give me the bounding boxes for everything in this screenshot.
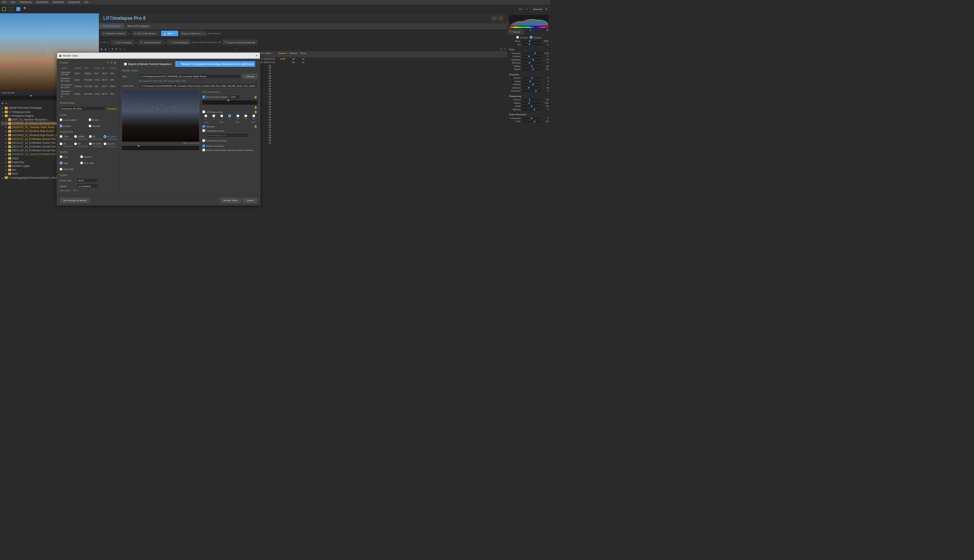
btn-export-render-internal[interactable]: ⟳Export & Render (internal) (222, 40, 257, 45)
forced-ar-check[interactable] (202, 95, 205, 98)
preset-row[interactable]: Standard 4K UHDh2644KUHDVHQ29.97709 (60, 77, 118, 83)
end-arrow-icon[interactable]: ▶ (547, 29, 549, 31)
copyright-check[interactable] (202, 129, 205, 132)
preset-delete-icon[interactable]: 🗑 (114, 61, 117, 64)
ar-input[interactable] (229, 95, 240, 99)
preset-row[interactable]: Standard Full HDh2641080pMQ29.97709 (60, 70, 118, 77)
image-icon[interactable] (17, 7, 20, 11)
slider-control[interactable] (522, 66, 541, 67)
menu-keyframes[interactable]: Keyframes (36, 1, 48, 4)
search-icon[interactable]: 🔍 (23, 7, 27, 11)
btn-visual-previews[interactable]: ◉Visual Previews (139, 40, 163, 45)
size-radio[interactable] (74, 143, 77, 145)
preset-name-input[interactable] (60, 107, 105, 111)
btn-reload[interactable]: ⟳Reload (507, 29, 524, 34)
preset-add-icon[interactable]: ⊕ (110, 61, 113, 64)
slider-control[interactable] (522, 90, 541, 91)
size-radio[interactable] (104, 143, 106, 145)
render-video-button[interactable]: Render Video (220, 198, 241, 203)
dialog-close-button[interactable]: ✕ (255, 54, 258, 57)
ar-slider-thumb[interactable] (227, 100, 230, 102)
size-radio[interactable] (60, 135, 62, 138)
codec-radio[interactable] (60, 118, 62, 121)
play-button[interactable]: ▶ (2, 102, 4, 104)
aperture-icon[interactable]: ◎ (119, 48, 122, 50)
star-icon[interactable]: ★ (112, 48, 114, 50)
size-radio[interactable] (60, 143, 62, 145)
table-header-cell[interactable]: Shadows (288, 52, 299, 57)
quality-radio[interactable] (80, 162, 83, 164)
size-radio[interactable] (89, 135, 92, 138)
cancel-button[interactable]: Cancel (243, 198, 257, 203)
tab-render-pre-check[interactable] (177, 63, 180, 65)
diamond-marker-icon[interactable]: ◈ (530, 29, 531, 31)
tab-basic-jpg[interactable]: Basic/JPG (legacy) (124, 23, 153, 29)
menu-metadata[interactable]: Metadata (53, 1, 63, 4)
export-icon[interactable]: ↗ (108, 48, 110, 50)
quality-radio[interactable] (60, 162, 62, 164)
codec-radio[interactable] (89, 125, 91, 127)
task-input[interactable] (139, 74, 241, 78)
motion-blur-check[interactable] (202, 110, 205, 113)
output-file-input[interactable] (139, 83, 257, 88)
select-icon[interactable] (9, 7, 13, 11)
slider-control[interactable] (522, 103, 541, 103)
stop-button[interactable]: ■ (6, 102, 7, 105)
settings-badge[interactable]: ⚙ (498, 16, 503, 20)
mb-radio[interactable] (228, 115, 231, 117)
user-badge[interactable]: My2 (492, 16, 496, 20)
tab-export-current[interactable]: Export & Render Current Sequence (122, 61, 174, 67)
quality-radio[interactable] (60, 168, 62, 170)
preset-row[interactable]: Standard 4K UHD H...H2654KUHDVHQ29.97709 (60, 90, 118, 98)
timestamp-check[interactable] (202, 139, 205, 142)
btn-holy-grail[interactable]: ✕Holy Grail Wizard... (132, 31, 159, 36)
btn-auto-transition[interactable]: ↗Auto Transition (111, 40, 134, 45)
quality-radio[interactable] (60, 155, 62, 158)
menu-info[interactable]: Info (84, 1, 89, 4)
slider-control[interactable] (522, 81, 541, 82)
wb-custom-radio[interactable] (530, 36, 532, 38)
slider-control[interactable] (522, 44, 541, 45)
slider-control[interactable] (522, 56, 541, 57)
delete-inter-check[interactable] (202, 148, 205, 151)
slider-control[interactable] (522, 69, 541, 70)
slider-control[interactable] (522, 62, 541, 63)
timeline-thumb[interactable] (30, 95, 32, 97)
sync-icon-1[interactable]: ⟳ (500, 48, 502, 50)
preset-refresh-icon[interactable]: ⟳ (107, 61, 109, 64)
preview-slider[interactable] (122, 146, 199, 150)
crop-icon[interactable] (2, 7, 6, 11)
menu-snapshots[interactable]: Snapshots (68, 1, 80, 4)
size-radio[interactable] (104, 135, 106, 138)
menu-transitions[interactable]: Transitions (19, 1, 32, 4)
mb-radio[interactable] (244, 115, 247, 117)
tab-export-current-check[interactable] (124, 63, 127, 65)
btn-drag-lightroom[interactable]: Drag to Lightroom!↘ (180, 31, 207, 36)
preset-row[interactable]: Production 4K UHDProRes4KUHDHQ29.972020 (60, 83, 118, 89)
tab-visual-workflow[interactable]: Visual Workflow (99, 23, 124, 29)
mb-radio[interactable] (236, 115, 239, 117)
slider-control[interactable] (522, 99, 541, 100)
frame-rate-input[interactable] (77, 178, 98, 182)
show-explorer-check[interactable] (202, 145, 205, 147)
table-header-cell[interactable]: Whites (299, 52, 307, 57)
wb-as-shot-radio[interactable] (516, 36, 519, 38)
diamond-icon[interactable]: ◈ (105, 48, 107, 50)
ar-slider-lock-icon[interactable]: 🔒 (254, 106, 257, 109)
size-radio[interactable] (89, 143, 92, 145)
slider-control[interactable] (522, 41, 541, 42)
codec-radio[interactable] (89, 118, 91, 121)
ar-slider[interactable] (202, 100, 257, 105)
shutter-icon[interactable]: ⛭ (123, 48, 125, 50)
btn-save[interactable]: 💾Save (161, 31, 178, 36)
clock-icon[interactable]: ⏱ (115, 48, 117, 50)
slider-control[interactable] (522, 87, 541, 88)
sync-icon-2[interactable]: ⟳ (504, 48, 506, 50)
slider-control[interactable] (522, 53, 541, 53)
menu-file[interactable]: File (2, 1, 7, 4)
mb-lock-icon[interactable]: 🔒 (254, 110, 257, 113)
menu-edit[interactable]: Edit (11, 1, 15, 4)
speed-input[interactable] (77, 184, 98, 188)
mb-radio[interactable] (212, 115, 215, 117)
mb-radio[interactable] (252, 115, 255, 117)
